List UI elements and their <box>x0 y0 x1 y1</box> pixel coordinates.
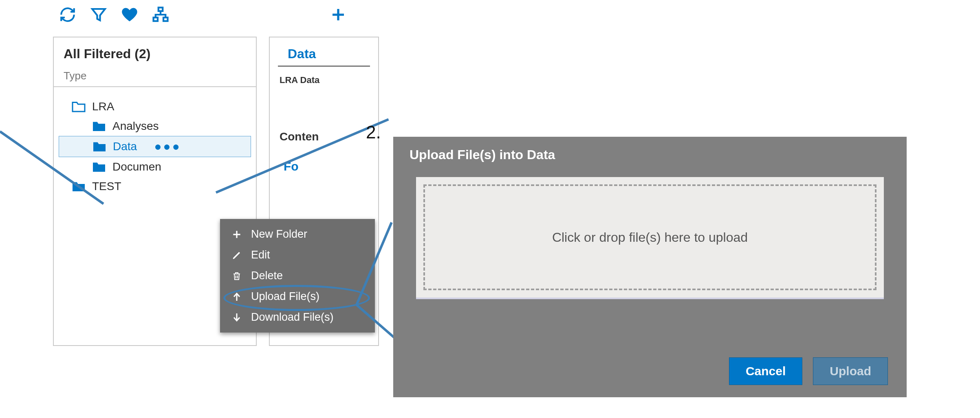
folder-icon <box>92 140 107 153</box>
refresh-icon[interactable] <box>58 5 77 24</box>
more-dots-icon[interactable]: ●●● <box>154 140 181 153</box>
upload-modal: Upload File(s) into Data Click or drop f… <box>393 137 907 397</box>
step-number: 2. <box>366 122 381 142</box>
tree-item-label: Documen <box>112 160 161 173</box>
menu-edit[interactable]: Edit <box>220 245 375 265</box>
tree-item-label: Data <box>113 140 137 153</box>
arrow-up-icon <box>231 291 243 303</box>
pencil-icon <box>231 249 243 261</box>
arrow-down-icon <box>231 311 243 324</box>
menu-label: Upload File(s) <box>251 290 319 303</box>
detail-heading: Data <box>278 37 370 67</box>
svg-rect-1 <box>154 18 158 21</box>
menu-label: Delete <box>251 269 283 282</box>
dropzone[interactable]: Click or drop file(s) here to upload <box>423 184 876 290</box>
modal-title: Upload File(s) into Data <box>393 137 907 166</box>
trash-icon <box>231 270 243 282</box>
heart-icon[interactable] <box>120 5 139 24</box>
menu-label: Download File(s) <box>251 311 334 324</box>
tree-item-label: LRA <box>92 100 114 113</box>
tree-item-data[interactable]: Data ●●● <box>59 136 251 157</box>
folder-heading: Fo <box>270 146 378 187</box>
plus-icon[interactable] <box>328 5 348 24</box>
folder-icon <box>91 161 107 173</box>
plus-icon <box>231 228 243 241</box>
type-input[interactable] <box>64 70 246 82</box>
dropzone-text: Click or drop file(s) here to upload <box>552 230 748 245</box>
detail-sub: LRA Data <box>270 67 378 94</box>
toolbar <box>53 0 363 29</box>
filter-icon[interactable] <box>89 5 108 24</box>
menu-label: New Folder <box>251 228 307 241</box>
tree-item-lra[interactable]: LRA <box>59 97 251 116</box>
tree-item-analyses[interactable]: Analyses <box>59 116 251 136</box>
menu-new-folder[interactable]: New Folder <box>220 224 375 245</box>
folder-icon <box>91 120 107 132</box>
folder-outline-icon <box>71 101 86 113</box>
tree-item-label: TEST <box>92 180 121 193</box>
tree-item-documents[interactable]: Documen <box>59 157 251 177</box>
tree-item-label: Analyses <box>112 120 159 133</box>
svg-rect-0 <box>159 8 163 11</box>
menu-label: Edit <box>251 249 270 261</box>
menu-delete[interactable]: Delete <box>220 265 375 286</box>
cancel-button[interactable]: Cancel <box>729 357 802 385</box>
upload-button[interactable]: Upload <box>813 357 888 385</box>
svg-rect-2 <box>163 18 168 21</box>
menu-download-files[interactable]: Download File(s) <box>220 307 375 328</box>
context-menu: New Folder Edit Delete Upload File(s) Do… <box>220 219 375 333</box>
tree-icon[interactable] <box>151 5 170 24</box>
dropzone-container: Click or drop file(s) here to upload <box>416 177 884 299</box>
type-filter[interactable] <box>54 64 256 87</box>
tree-title: All Filtered (2) <box>54 37 256 64</box>
menu-upload-files[interactable]: Upload File(s) <box>220 286 375 307</box>
content-heading: Conten <box>270 94 378 146</box>
